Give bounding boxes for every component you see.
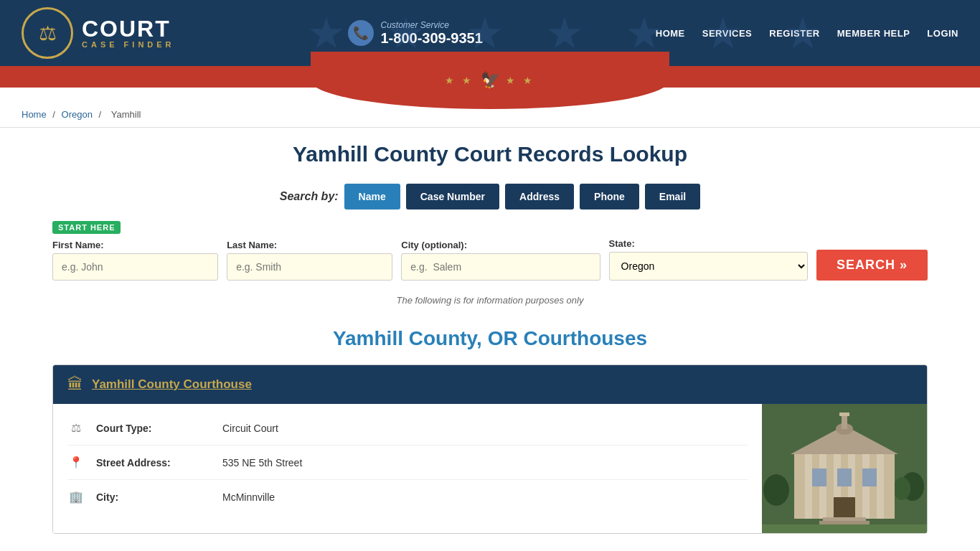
svg-rect-21 <box>842 415 847 429</box>
first-name-input[interactable] <box>52 253 218 281</box>
svg-rect-22 <box>839 413 849 416</box>
courthouse-card: 🏛 Yamhill County Courthouse ⚖ Court Type… <box>52 364 928 534</box>
city-label-detail: City: <box>96 491 211 503</box>
search-by-row: Search by: Name Case Number Address Phon… <box>52 184 928 209</box>
logo-subtitle: CASE FINDER <box>82 40 175 49</box>
address-label: Street Address: <box>96 457 211 468</box>
breadcrumb-oregon[interactable]: Oregon <box>62 109 93 120</box>
breadcrumb-sep-1: / <box>52 109 57 120</box>
first-name-group: First Name: <box>52 240 218 281</box>
svg-point-3 <box>893 477 910 500</box>
ribbon-arc: ★ ★ 🦅 ★ ★ <box>311 52 669 109</box>
cs-label: Customer Service <box>381 20 483 30</box>
location-icon: 📍 <box>67 456 85 469</box>
svg-rect-19 <box>762 524 927 533</box>
svg-rect-12 <box>812 468 826 486</box>
search-form: First Name: Last Name: City (optional): … <box>52 238 928 281</box>
nav-login[interactable]: LOGIN <box>927 28 958 39</box>
svg-rect-17 <box>823 517 866 521</box>
search-by-label: Search by: <box>280 190 339 203</box>
city-icon: 🏢 <box>67 490 85 504</box>
city-group: City (optional): <box>401 240 600 281</box>
eagle-icon: 🦅 <box>481 71 500 90</box>
tab-name[interactable]: Name <box>344 184 400 209</box>
last-name-group: Last Name: <box>227 240 392 281</box>
nav-register[interactable]: REGISTER <box>769 28 819 39</box>
svg-point-1 <box>763 474 789 506</box>
nav-member-help[interactable]: MEMBER HELP <box>837 28 910 39</box>
customer-service: 📞 Customer Service 1-800-309-9351 <box>348 20 483 47</box>
start-here-badge: START HERE <box>52 221 928 238</box>
breadcrumb-home[interactable]: Home <box>22 109 47 120</box>
courthouse-name-link[interactable]: Yamhill County Courthouse <box>92 377 252 392</box>
phone-icon: 📞 <box>348 20 374 46</box>
detail-row-city: 🏢 City: McMinnville <box>67 480 748 514</box>
detail-row-court-type: ⚖ Court Type: Circuit Court <box>67 411 748 446</box>
info-note: The following is for information purpose… <box>52 295 928 306</box>
tab-email[interactable]: Email <box>645 184 700 209</box>
first-name-label: First Name: <box>52 240 218 250</box>
state-group: State: AlabamaAlaskaArizona ArkansasCali… <box>609 238 808 281</box>
svg-rect-18 <box>819 521 870 524</box>
city-value: McMinnville <box>222 491 275 503</box>
tab-address[interactable]: Address <box>505 184 574 209</box>
logo-text: COURT CASE FINDER <box>82 17 175 49</box>
detail-row-address: 📍 Street Address: 535 NE 5th Street <box>67 446 748 480</box>
svg-rect-13 <box>837 468 852 486</box>
courthouse-details: ⚖ Court Type: Circuit Court 📍 Street Add… <box>53 404 762 533</box>
tab-phone[interactable]: Phone <box>580 184 639 209</box>
nav-home[interactable]: HOME <box>656 28 685 39</box>
breadcrumb-sep-2: / <box>99 109 104 120</box>
city-input[interactable] <box>401 253 600 281</box>
city-label: City (optional): <box>401 240 600 250</box>
breadcrumb-yamhill: Yamhill <box>111 109 141 120</box>
svg-rect-14 <box>862 468 877 486</box>
courthouse-header: 🏛 Yamhill County Courthouse <box>53 365 927 404</box>
logo-icon: ⚖ <box>22 7 73 59</box>
eagle-emblem: ★ ★ 🦅 ★ ★ <box>445 71 536 90</box>
stars-left: ★ ★ <box>445 75 475 86</box>
search-button[interactable]: SEARCH » <box>816 250 928 281</box>
svg-rect-16 <box>834 497 855 519</box>
svg-rect-6 <box>805 454 812 519</box>
address-value: 535 NE 5th Street <box>222 457 302 468</box>
cs-text: Customer Service 1-800-309-9351 <box>381 20 483 47</box>
court-type-value: Circuit Court <box>222 423 278 434</box>
cs-phone: 1-800-309-9351 <box>381 30 483 47</box>
page-title: Yamhill County Court Records Lookup <box>52 142 928 166</box>
courthouse-image <box>762 404 927 533</box>
last-name-input[interactable] <box>227 253 392 281</box>
nav-services[interactable]: SERVICES <box>702 28 753 39</box>
main-content: Yamhill County Court Records Lookup Sear… <box>24 128 956 548</box>
courthouse-body: ⚖ Court Type: Circuit Court 📍 Street Add… <box>53 404 927 533</box>
gavel-icon: ⚖ <box>67 421 85 435</box>
courthouses-title: Yamhill County, OR Courthouses <box>52 327 928 350</box>
logo-area: ⚖ COURT CASE FINDER <box>22 7 175 59</box>
courthouse-photo <box>762 404 927 533</box>
logo-court-label: COURT <box>82 17 175 40</box>
state-label: State: <box>609 238 808 249</box>
stars-right: ★ ★ <box>506 75 536 86</box>
main-nav: HOME SERVICES REGISTER MEMBER HELP LOGIN <box>656 28 958 39</box>
state-select[interactable]: AlabamaAlaskaArizona ArkansasCaliforniaC… <box>609 252 808 281</box>
ribbon: ★ ★ 🦅 ★ ★ <box>0 66 980 102</box>
courthouse-building-icon: 🏛 <box>67 375 83 394</box>
last-name-label: Last Name: <box>227 240 392 250</box>
svg-rect-11 <box>877 454 884 519</box>
court-type-label: Court Type: <box>96 423 211 434</box>
tab-case-number[interactable]: Case Number <box>406 184 499 209</box>
